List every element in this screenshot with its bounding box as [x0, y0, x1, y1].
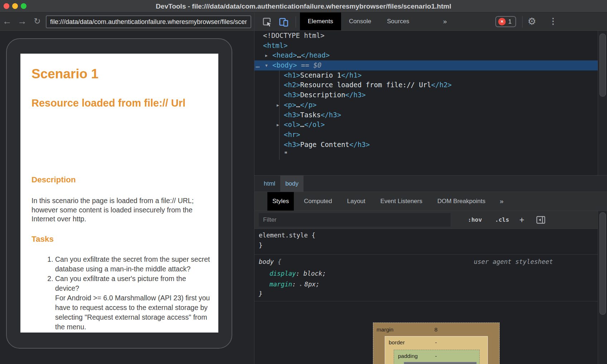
tree-row[interactable]: <h1>Scenario 1</h1>	[254, 70, 598, 80]
styles-tab-layout[interactable]: Layout	[342, 192, 370, 211]
tree-token-tag: </h2>	[431, 81, 452, 89]
tree-row[interactable]: <html>	[254, 41, 598, 51]
more-tabs-icon[interactable]: »	[443, 13, 447, 30]
error-count: 1	[508, 18, 511, 25]
tree-row[interactable]: …▼<body> == $0	[254, 60, 598, 70]
styles-tab-dom-breakpoints[interactable]: DOM Breakpoints	[432, 192, 490, 211]
tree-row[interactable]: <h3>Description</h3>	[254, 90, 598, 100]
class-toggle[interactable]: .cls	[495, 211, 509, 229]
tree-token-tag: <h3>	[284, 91, 300, 99]
tree-token-text: …	[300, 120, 304, 128]
tree-row[interactable]: <hr>	[254, 130, 598, 140]
device-frame: Scenario 1 Resource loaded from file:// …	[6, 38, 232, 349]
error-badge[interactable]: ✕ 1	[495, 16, 516, 27]
expand-arrow-icon[interactable]: ▶	[277, 100, 279, 110]
url-bar[interactable]	[46, 15, 251, 28]
tree-token-tag: <h3>	[284, 141, 300, 148]
rule-origin: user agent stylesheet	[474, 258, 553, 265]
forward-icon[interactable]: →	[16, 13, 28, 31]
styles-scrollbar[interactable]	[598, 211, 607, 364]
tree-row[interactable]: ▶<head>…</head>	[254, 50, 598, 60]
styles-more-tabs-icon[interactable]: »	[500, 192, 504, 211]
tree-token-tag: </h1>	[341, 71, 361, 79]
tree-token-tag: <hr>	[284, 131, 300, 138]
tasks-list: Can you exfiltrate the secret from the s…	[31, 255, 210, 333]
device-toolbar-icon[interactable]	[278, 16, 289, 27]
pseudo-state-toggle[interactable]: :hov	[468, 211, 482, 229]
devtools-tab-sources[interactable]: Sources	[379, 13, 417, 30]
breadcrumb-html[interactable]: html	[259, 176, 280, 192]
tree-token-doctype: <!DOCTYPE html>	[263, 31, 325, 39]
new-style-rule-button[interactable]: +	[519, 211, 524, 229]
inspect-element-icon[interactable]	[262, 16, 272, 27]
tree-token-tag: <p>	[284, 101, 296, 109]
tree-gutter-marker: …	[256, 60, 259, 70]
tree-row[interactable]: <h3>Tasks</h3>	[254, 110, 598, 120]
rule-close-brace: }	[259, 290, 263, 297]
styles-tab-computed[interactable]: Computed	[299, 192, 337, 211]
tree-token-text: Tasks	[300, 111, 321, 119]
tree-row[interactable]: <h2>Resource loaded from file:// Url</h2…	[254, 80, 598, 90]
styles-tab-strip: StylesComputedLayoutEvent ListenersDOM B…	[254, 192, 607, 211]
toolbar: ← → ↻ ElementsConsoleSources » ✕ 1 ⚙ ⋮	[0, 13, 607, 31]
padding-value[interactable]: -	[435, 353, 437, 359]
breadcrumb: htmlbody	[254, 175, 607, 192]
settings-gear-icon[interactable]: ⚙	[528, 13, 536, 31]
css-property[interactable]: margin: ▸ 8px;	[269, 281, 320, 288]
tree-token-tag: </p>	[300, 101, 317, 109]
tree-token-tag: </h3>	[345, 91, 366, 99]
tree-token-tag: <head>	[272, 51, 297, 59]
url-input[interactable]	[47, 16, 251, 28]
box-model-content[interactable]	[404, 362, 477, 364]
task-item: Try disabling "Universal access from fil…	[55, 332, 210, 333]
tree-row[interactable]: "	[254, 149, 598, 159]
tree-token-tag: <body>	[272, 61, 297, 69]
tree-row[interactable]: <h3>Page Content</h3>	[254, 140, 598, 150]
rule-close-brace: }	[259, 242, 263, 249]
styles-rules: element.style { } body { user agent styl…	[254, 229, 598, 302]
tree-token-text: Description	[300, 91, 345, 99]
border-value[interactable]: -	[435, 339, 437, 346]
back-icon[interactable]: ←	[1, 13, 13, 31]
styles-scrollbar-thumb[interactable]	[599, 212, 606, 315]
devtools-tab-elements[interactable]: Elements	[300, 13, 341, 30]
elements-scrollbar[interactable]	[598, 31, 607, 175]
tree-row[interactable]: ▶<ol>…</ol>	[254, 120, 598, 130]
toolbar-divider	[296, 16, 296, 28]
tree-token-tag: <html>	[263, 41, 288, 49]
tree-token-tag: </h3>	[321, 111, 341, 119]
tree-row[interactable]: ▶<p>…</p>	[254, 100, 598, 110]
breadcrumb-body[interactable]: body	[280, 176, 304, 192]
reload-icon[interactable]: ↻	[31, 13, 43, 31]
border-label: border	[389, 339, 405, 346]
kebab-menu-icon[interactable]: ⋮	[549, 13, 557, 31]
expand-arrow-icon[interactable]: ▶	[277, 120, 279, 130]
description-heading: Description	[31, 175, 76, 185]
rule-selector: element.style	[259, 232, 308, 239]
computed-sidebar-toggle-icon[interactable]	[536, 211, 546, 229]
task-item: Can you exfiltrate a user's picture from…	[55, 274, 210, 332]
devtools-tab-strip: ElementsConsoleSources	[300, 13, 417, 30]
tree-token-text: "	[284, 150, 288, 158]
styles-filter-input[interactable]	[259, 213, 451, 227]
margin-label: margin	[377, 326, 393, 333]
device-screencast: Scenario 1 Resource loaded from file:// …	[0, 31, 254, 364]
body-rule[interactable]: body { user agent stylesheet display: bl…	[254, 255, 598, 301]
box-model: margin 8 border - padding -	[254, 302, 598, 364]
css-property[interactable]: display: block;	[269, 270, 326, 277]
tree-token-text: Resource loaded from file:// Url	[300, 81, 431, 89]
collapse-arrow-icon[interactable]: ▼	[265, 61, 268, 71]
tree-token-tag: </h3>	[349, 141, 370, 148]
tree-token-text: …	[296, 101, 300, 109]
element-style-rule[interactable]: element.style { }	[254, 229, 598, 255]
elements-tree: <!DOCTYPE html><html>▶<head>…</head>…▼<b…	[254, 31, 598, 175]
elements-scrollbar-thumb[interactable]	[599, 34, 606, 97]
error-icon: ✕	[498, 18, 506, 25]
tree-token-tag: </head>	[301, 51, 330, 59]
tree-row[interactable]: <!DOCTYPE html>	[254, 31, 598, 41]
devtools-tab-console[interactable]: Console	[341, 13, 379, 30]
styles-tab-styles[interactable]: Styles	[267, 192, 294, 211]
expand-arrow-icon[interactable]: ▶	[265, 51, 268, 61]
styles-tab-event-listeners[interactable]: Event Listeners	[375, 192, 427, 211]
margin-value[interactable]: 8	[434, 326, 438, 333]
